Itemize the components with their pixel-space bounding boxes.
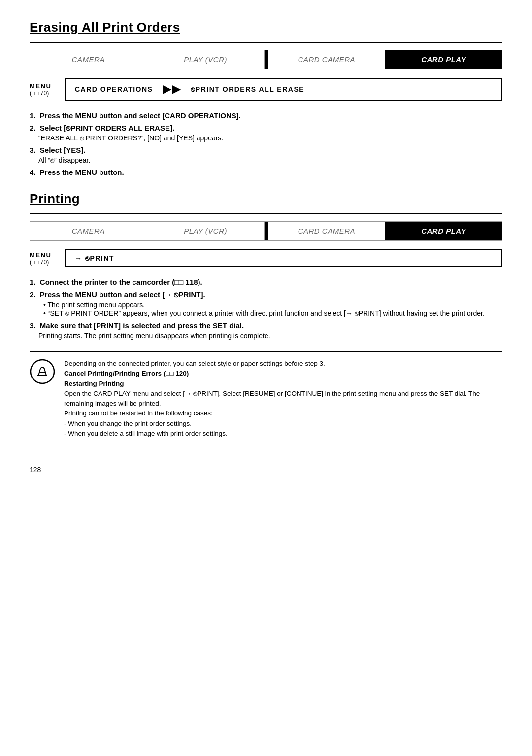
- step1-2-desc: Select [⎋PRINT ORDERS ALL ERASE].: [38, 124, 174, 132]
- tab-camera-1: CAMERA: [30, 50, 147, 69]
- note-cancel-heading: Cancel Printing/Printing Errors (□□ 120): [64, 370, 189, 377]
- menu-chevron-1: ▶▶: [163, 83, 181, 96]
- step1-3-desc: Select [YES].: [38, 146, 86, 154]
- note-cannot-item1: - When you change the print order settin…: [64, 420, 192, 427]
- step2-2-bullet2: “SET ⎋ PRINT ORDER” appears, when you co…: [43, 309, 502, 317]
- tab-divider-1: [265, 50, 268, 69]
- step1-1-desc: Press the MENU button and select [CARD O…: [38, 111, 241, 120]
- menu-card-operations: CARD OPERATIONS: [75, 85, 153, 93]
- mode-tabs-section1: CAMERA PLAY (VCR) CARD CAMERA CARD PLAY: [30, 50, 502, 69]
- menu-text-2: MENU: [30, 251, 60, 259]
- step2-2-num: 2.: [30, 290, 36, 299]
- note-box: Depending on the connected printer, you …: [30, 351, 502, 446]
- menu-text-1: MENU: [30, 82, 60, 90]
- menu-row-section1: MENU (□□ 70) CARD OPERATIONS ▶▶ ⎋PRINT O…: [30, 78, 502, 101]
- svg-point-0: [31, 360, 54, 383]
- tab-card-play-1: CARD PLAY: [385, 50, 502, 69]
- menu-box-inner-1: CARD OPERATIONS ▶▶ ⎋PRINT ORDERS ALL ERA…: [75, 83, 304, 96]
- note-content: Depending on the connected printer, you …: [64, 359, 502, 439]
- section1-divider: [30, 42, 502, 43]
- section1-title: Erasing All Print Orders: [30, 20, 502, 35]
- note-cannot-item2: - When you delete a still image with pri…: [64, 430, 228, 437]
- tab-card-camera-2: CARD CAMERA: [268, 222, 386, 240]
- section2-divider: [30, 213, 502, 214]
- step1-3-sub-text: All “⎋” disappear.: [38, 156, 90, 164]
- tab-card-play-2: CARD PLAY: [385, 222, 502, 240]
- step1-2-sub-text: “ERASE ALL ⎋ PRINT ORDERS?”, [NO] and [Y…: [38, 134, 223, 142]
- step2-1: 1. Connect the printer to the camcorder …: [30, 278, 502, 286]
- instructions-section2: 1. Connect the printer to the camcorder …: [30, 278, 502, 340]
- section2-title: Printing: [30, 191, 502, 206]
- step1-2-sub: “ERASE ALL ⎋ PRINT ORDERS?”, [NO] and [Y…: [38, 134, 502, 142]
- step2-3-num: 3.: [30, 321, 36, 330]
- step2-1-desc: Connect the printer to the camcorder (□□…: [38, 278, 202, 286]
- mode-tabs-section2: CAMERA PLAY (VCR) CARD CAMERA CARD PLAY: [30, 221, 502, 241]
- step1-3: 3. Select [YES].: [30, 146, 502, 154]
- note-main-text: Depending on the connected printer, you …: [64, 360, 325, 367]
- step2-2-desc: Press the MENU button and select [→ ⎋PRI…: [38, 290, 205, 299]
- note-restart-heading: Restarting Printing: [64, 380, 124, 387]
- menu-label-section2: MENU (□□ 70): [30, 249, 65, 267]
- page-number: 128: [30, 466, 502, 474]
- menu-ref-1: (□□ 70): [30, 90, 60, 97]
- menu-print-orders-all-erase: ⎋PRINT ORDERS ALL ERASE: [191, 85, 304, 93]
- step2-1-num: 1.: [30, 278, 36, 286]
- step2-2-b2-text: “SET ⎋ PRINT ORDER” appears, when you co…: [48, 309, 485, 317]
- step2-3-sub-text: Printing starts. The print setting menu …: [38, 332, 270, 340]
- step1-3-num: 3.: [30, 146, 36, 154]
- tab-play-vcr-1: PLAY (VCR): [147, 50, 265, 69]
- step2-3-sub: Printing starts. The print setting menu …: [38, 332, 502, 340]
- step1-2: 2. Select [⎋PRINT ORDERS ALL ERASE].: [30, 124, 502, 132]
- step1-1-text: 1.: [30, 111, 36, 120]
- note-restart-text: Open the CARD PLAY menu and select [→ ⎋P…: [64, 390, 480, 407]
- tab-play-vcr-2: PLAY (VCR): [147, 222, 265, 240]
- step1-4: 4. Press the MENU button.: [30, 168, 502, 176]
- step1-1: 1. Press the MENU button and select [CAR…: [30, 111, 502, 120]
- step1-4-num: 4.: [30, 168, 36, 176]
- menu-ref-2: (□□ 70): [30, 259, 60, 266]
- menu-box-section2: → ⎋PRINT: [65, 249, 502, 267]
- note-cannot-text: Printing cannot be restarted in the foll…: [64, 410, 213, 417]
- menu-label-section1: MENU (□□ 70): [30, 78, 65, 101]
- step2-2-b1-text: The print setting menu appears.: [48, 301, 145, 309]
- tab-card-camera-1: CARD CAMERA: [268, 50, 386, 69]
- menu-box-section1: CARD OPERATIONS ▶▶ ⎋PRINT ORDERS ALL ERA…: [65, 78, 502, 101]
- menu-print-item: → ⎋PRINT: [75, 254, 114, 262]
- instructions-section1: 1. Press the MENU button and select [CAR…: [30, 111, 502, 176]
- step2-3: 3. Make sure that [PRINT] is selected an…: [30, 321, 502, 330]
- note-svg-icon: [30, 359, 55, 384]
- step1-3-sub: All “⎋” disappear.: [38, 156, 502, 164]
- step2-2: 2. Press the MENU button and select [→ ⎋…: [30, 290, 502, 299]
- tab-divider-2: [265, 222, 268, 240]
- tab-camera-2: CAMERA: [30, 222, 147, 240]
- step1-2-num: 2.: [30, 124, 36, 132]
- menu-row-section2: MENU (□□ 70) → ⎋PRINT: [30, 249, 502, 267]
- step2-3-desc: Make sure that [PRINT] is selected and p…: [38, 321, 244, 330]
- step2-2-bullet1: The print setting menu appears.: [43, 301, 502, 309]
- step1-4-desc: Press the MENU button.: [38, 168, 124, 176]
- note-icon: [30, 359, 55, 384]
